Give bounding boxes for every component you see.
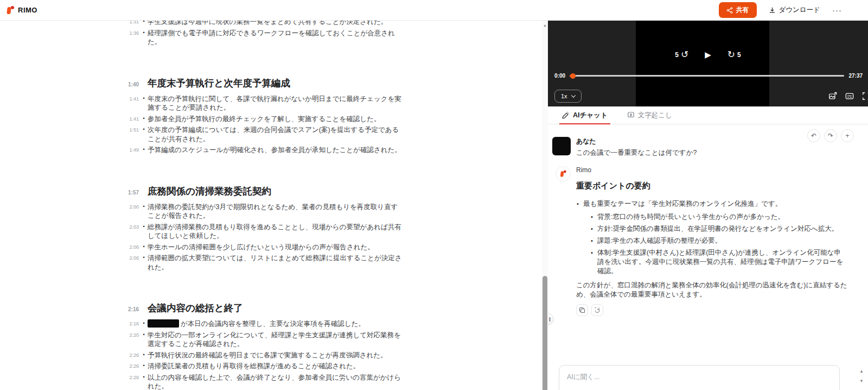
bullet-text[interactable]: 以上の内容を確認した上で、会議が終了となり、参加者全員に労いの言葉がかけられた。 (148, 373, 404, 390)
section-title[interactable]: 会議内容の総括と終了 (140, 302, 404, 314)
fullscreen-button[interactable] (862, 92, 868, 100)
transcript-bullet: 1:36•経理課側でも電子申請に対応できるワークフローを確認しておくことが合意さ… (126, 29, 404, 47)
bullet-dot: • (140, 373, 148, 390)
bullet-timestamp[interactable]: 1:36 (126, 29, 140, 47)
transcript-bullet: 2:26•以上の内容を確認した上で、会議が終了となり、参加者全員に労いの言葉がか… (126, 373, 404, 390)
brand-name: RIMO (18, 6, 37, 14)
bullet-text[interactable]: 清掃範囲の拡大要望については、リストにまとめて総務課に提出することが決定された。 (148, 254, 404, 272)
bullet-text[interactable]: 総務課が清掃業務の見積もり取得を進めることとし、現場からの要望があれば共有してほ… (148, 223, 404, 241)
section-timestamp[interactable]: 1:57 (126, 185, 140, 197)
tab-transcript[interactable]: 文字起こし (627, 106, 672, 124)
copy-button[interactable] (576, 304, 588, 316)
bullet-timestamp[interactable]: 2:20 (126, 331, 140, 349)
user-message-text: この会議で一番重要なことは何ですか? (576, 148, 697, 158)
transcript-bullet: 2:06•清掃範囲の拡大要望については、リストにまとめて総務課に提出することが決… (126, 254, 404, 272)
bullet-text[interactable]: 学生ホールの清掃範囲を少し広げたいという現場からの声が報告された。 (148, 243, 404, 252)
bullet-timestamp[interactable]: 2:26 (126, 373, 140, 390)
tab-ai-chat[interactable]: AIチャット (562, 106, 608, 124)
panel-collapse-handle[interactable]: ❚❚ (548, 313, 553, 324)
assistant-name: Rimo (576, 166, 847, 174)
bullet-text[interactable]: 予算編成のスケジュールが明確化され、参加者全員が承知したことが確認された。 (148, 146, 404, 155)
doc-sections: 1:40年度末予算執行と次年度予算編成1:41•年度末の予算執行に関して、各課で… (126, 77, 404, 390)
play-icon: ▶ (705, 50, 711, 59)
section-timestamp[interactable]: 1:40 (126, 77, 140, 89)
bullet-text[interactable]: 学生支援課は今週中に現状の業務一覧をまとめて共有することが決定された。 (148, 21, 404, 27)
assistant-sub-bullet: 体制:学生支援課(中村さん)と経理課(田中さん)が連携し、オンライン化可能な申請… (590, 248, 847, 276)
new-chat-button[interactable]: + (841, 129, 854, 142)
assistant-bullets: 最も重要なテーマは「学生対応業務のオンライン化推進」です。 背景:窓口の待ち時間… (576, 199, 847, 276)
chat-scroll-up-icon[interactable]: ▲ (859, 369, 864, 374)
transcript-bullet: 2:26•予算執行状況の最終確認を明日までに各課で実施することが再度強調された。 (126, 351, 404, 360)
captions-button[interactable] (845, 92, 854, 100)
bullet-text[interactable]: 年度末の予算執行に関して、各課で執行漏れがないか明日までに最終チェックを実施する… (148, 95, 404, 112)
document-scrollbar[interactable]: ▲ (542, 21, 548, 390)
user-message-body: あなた この会議で一番重要なことは何ですか? (576, 137, 697, 158)
redo-button[interactable]: ↷ (824, 129, 837, 142)
bullet-text[interactable]: 清掃業務の委託契約が3月で期限切れとなるため、業者の見積もりを再度取り直すことが… (148, 203, 404, 221)
bullet-dot: • (140, 243, 148, 252)
assistant-main-bullet: 最も重要なテーマは「学生対応業務のオンライン化推進」です。 (576, 199, 847, 209)
bullet-text[interactable]: 次年度の予算編成については、来週の合同会議でスアン(案)を提出する予定であること… (148, 125, 404, 143)
more-menu-button[interactable]: ··· (832, 5, 842, 15)
transcript-bullet: 1:31•学生支援課は今週中に現状の業務一覧をまとめて共有することが決定された。 (126, 21, 404, 27)
rimo-logo[interactable]: RIMO (7, 6, 37, 15)
bullet-text[interactable]: 学生対応の一部オンライン化について、経理課と学生支援課が連携して対応業務を選定す… (148, 331, 404, 349)
bullet-timestamp[interactable]: 1:41 (126, 115, 140, 124)
tab-ai-chat-label: AIチャット (573, 111, 608, 120)
share-icon (726, 7, 733, 14)
bullet-text[interactable]: が本日の会議内容を整理し、主要な決定事項を再確認した。 (148, 319, 404, 329)
skip-back-5-button[interactable]: 5 ↺ (675, 49, 688, 60)
bullet-text[interactable]: 予算執行状況の最終確認を明日までに各課で実施することが再度強調された。 (148, 351, 404, 360)
scrollbar-up-arrow-icon[interactable]: ▲ (542, 23, 547, 27)
bullet-dot: • (140, 146, 148, 155)
bullet-timestamp[interactable]: 2:26 (126, 362, 140, 371)
transcript-panel: 1:31•学生支援課は今週中に現状の業務一覧をまとめて共有することが決定された。… (0, 21, 542, 390)
seek-knob[interactable] (570, 73, 576, 79)
skip-forward-5-button[interactable]: ↻ 5 (727, 49, 741, 60)
bullet-dot: • (140, 21, 148, 27)
section-heading: 2:16会議内容の総括と終了 (126, 302, 404, 314)
bullet-timestamp[interactable]: 1:31 (126, 21, 140, 27)
seek-bar[interactable] (570, 75, 844, 77)
bullet-dot: • (140, 125, 148, 143)
bullet-text[interactable]: 参加者全員が予算執行の最終チェックを了解し、実施することを確認した。 (148, 115, 404, 124)
transcript-bullet: 1:49•予算編成のスケジュールが明確化され、参加者全員が承知したことが確認され… (126, 146, 404, 155)
bullet-text[interactable]: 経理課側でも電子申請に対応できるワークフローを確認しておくことが合意された。 (148, 29, 404, 47)
video-player[interactable]: 5 ↺ ▶ ↻ 5 0:00 27:37 1x (548, 21, 868, 106)
chat-scroll-down-icon[interactable]: ▼ (859, 379, 864, 383)
screenshot-button[interactable] (828, 92, 837, 100)
bullet-timestamp[interactable]: 2:16 (126, 319, 140, 329)
meeting-notes-document: 1:31•学生支援課は今週中に現状の業務一覧をまとめて共有することが決定された。… (126, 21, 404, 390)
assistant-message: Rimo 重要ポイントの要約 最も重要なテーマは「学生対応業務のオンライン化推進… (556, 166, 868, 316)
undo-button[interactable]: ↶ (807, 129, 820, 142)
section-bullets: 2:16•が本日の会議内容を整理し、主要な決定事項を再確認した。2:20•学生対… (126, 319, 404, 390)
section-heading: 1:57庶務関係の清掃業務委託契約 (126, 185, 404, 197)
video-bottom-controls: 1x (554, 90, 868, 103)
bullet-timestamp[interactable]: 1:51 (126, 125, 140, 143)
play-button[interactable]: ▶ (705, 50, 711, 60)
download-button[interactable]: ダウンロード (769, 5, 820, 15)
user-name: あなた (576, 137, 697, 146)
regenerate-button[interactable] (591, 304, 603, 316)
bullet-timestamp[interactable]: 1:49 (126, 146, 140, 155)
scrollbar-thumb[interactable] (542, 276, 547, 390)
playback-speed-button[interactable]: 1x (554, 90, 582, 103)
bullet-timestamp[interactable]: 2:06 (126, 243, 140, 252)
bullet-timestamp[interactable]: 2:03 (126, 223, 140, 241)
share-button[interactable]: 共有 (719, 2, 757, 18)
section-title[interactable]: 庶務関係の清掃業務委託契約 (140, 185, 404, 197)
transcript-section: 2:16会議内容の総括と終了2:16•が本日の会議内容を整理し、主要な決定事項を… (126, 302, 404, 390)
section-timestamp[interactable]: 2:16 (126, 302, 140, 314)
bullet-timestamp[interactable]: 2:26 (126, 351, 140, 360)
right-panel-tabs: AIチャット 文字起こし (548, 106, 868, 124)
section-title[interactable]: 年度末予算執行と次年度予算編成 (140, 77, 404, 89)
bullet-timestamp[interactable]: 2:06 (126, 254, 140, 272)
bullet-text[interactable]: 清掃委託業者の見積もり再取得を総務課が進めることが確認された。 (148, 362, 404, 371)
assistant-sub-bullet: 課題:学生の本人確認手順の整理が必要。 (590, 236, 847, 246)
transcript-bullet: 2:06•学生ホールの清掃範囲を少し広げたいという現場からの声が報告された。 (126, 243, 404, 252)
transcript-bullet: 1:41•年度末の予算執行に関して、各課で執行漏れがないか明日までに最終チェック… (126, 95, 404, 112)
bullet-timestamp[interactable]: 2:00 (126, 203, 140, 221)
bullet-timestamp[interactable]: 1:41 (126, 95, 140, 112)
skip-forward-icon: ↻ (727, 49, 735, 60)
ai-chat-input[interactable] (559, 365, 840, 390)
